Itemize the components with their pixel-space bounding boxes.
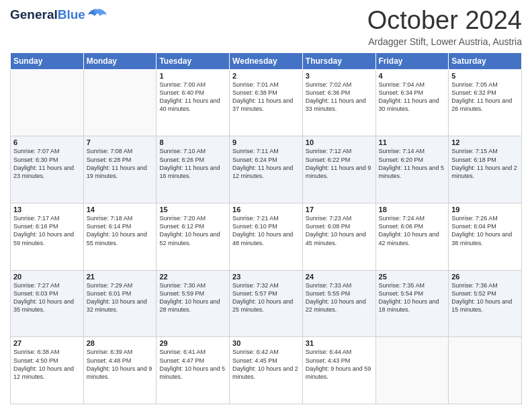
calendar-cell: 5Sunrise: 7:05 AM Sunset: 6:32 PM Daylig… xyxy=(449,69,522,136)
day-info: Sunrise: 7:26 AM Sunset: 6:04 PM Dayligh… xyxy=(451,214,519,247)
calendar-cell: 30Sunrise: 6:42 AM Sunset: 4:45 PM Dayli… xyxy=(230,337,303,404)
day-info: Sunrise: 7:17 AM Sunset: 6:16 PM Dayligh… xyxy=(13,214,81,247)
day-number: 20 xyxy=(13,273,81,281)
day-number: 10 xyxy=(306,138,373,146)
day-info: Sunrise: 7:24 AM Sunset: 6:06 PM Dayligh… xyxy=(379,214,446,247)
day-number: 23 xyxy=(232,273,300,281)
calendar-cell: 3Sunrise: 7:02 AM Sunset: 6:36 PM Daylig… xyxy=(302,69,375,136)
day-number: 27 xyxy=(13,339,81,347)
day-number: 9 xyxy=(232,138,300,146)
weekday-header-friday: Friday xyxy=(375,52,449,69)
logo-bird-icon xyxy=(88,8,107,23)
day-number: 15 xyxy=(159,205,226,214)
weekday-header-sunday: Sunday xyxy=(11,52,84,69)
page: GeneralBlue October 2024 Ardagger Stift,… xyxy=(0,0,532,411)
day-info: Sunrise: 7:20 AM Sunset: 6:12 PM Dayligh… xyxy=(159,214,226,247)
calendar-cell: 6Sunrise: 7:07 AM Sunset: 6:30 PM Daylig… xyxy=(11,136,84,203)
calendar-cell: 28Sunrise: 6:39 AM Sunset: 4:48 PM Dayli… xyxy=(83,337,157,404)
calendar-cell xyxy=(449,337,522,404)
day-number: 14 xyxy=(87,205,154,214)
day-info: Sunrise: 7:11 AM Sunset: 6:24 PM Dayligh… xyxy=(232,147,300,180)
weekday-header-thursday: Thursday xyxy=(302,52,375,69)
calendar-cell: 1Sunrise: 7:00 AM Sunset: 6:40 PM Daylig… xyxy=(157,69,230,136)
calendar-week-2: 6Sunrise: 7:07 AM Sunset: 6:30 PM Daylig… xyxy=(11,136,522,203)
day-info: Sunrise: 7:27 AM Sunset: 6:03 PM Dayligh… xyxy=(13,281,81,314)
day-info: Sunrise: 7:14 AM Sunset: 6:20 PM Dayligh… xyxy=(379,147,446,180)
calendar-cell: 29Sunrise: 6:41 AM Sunset: 4:47 PM Dayli… xyxy=(157,337,230,404)
logo-text: GeneralBlue xyxy=(10,7,85,22)
day-number: 24 xyxy=(306,273,373,281)
calendar-cell: 19Sunrise: 7:26 AM Sunset: 6:04 PM Dayli… xyxy=(449,203,522,271)
calendar-cell: 20Sunrise: 7:27 AM Sunset: 6:03 PM Dayli… xyxy=(11,270,84,337)
day-number: 28 xyxy=(87,339,154,347)
day-number: 22 xyxy=(159,273,226,281)
weekday-header-monday: Monday xyxy=(83,52,157,69)
calendar-cell: 25Sunrise: 7:35 AM Sunset: 5:54 PM Dayli… xyxy=(375,270,449,337)
day-info: Sunrise: 7:21 AM Sunset: 6:10 PM Dayligh… xyxy=(232,214,300,247)
day-number: 17 xyxy=(306,205,373,214)
day-info: Sunrise: 7:30 AM Sunset: 5:59 PM Dayligh… xyxy=(159,281,226,314)
day-number: 11 xyxy=(379,138,446,146)
calendar-cell: 10Sunrise: 7:12 AM Sunset: 6:22 PM Dayli… xyxy=(302,136,375,203)
month-title: October 2024 xyxy=(367,7,522,35)
day-number: 7 xyxy=(87,138,154,146)
logo: GeneralBlue xyxy=(10,7,107,23)
day-info: Sunrise: 7:12 AM Sunset: 6:22 PM Dayligh… xyxy=(306,147,373,180)
calendar-cell: 22Sunrise: 7:30 AM Sunset: 5:59 PM Dayli… xyxy=(157,270,230,337)
day-info: Sunrise: 6:42 AM Sunset: 4:45 PM Dayligh… xyxy=(232,348,300,381)
calendar-week-1: 1Sunrise: 7:00 AM Sunset: 6:40 PM Daylig… xyxy=(11,69,522,136)
calendar-cell xyxy=(11,69,84,136)
calendar-cell: 4Sunrise: 7:04 AM Sunset: 6:34 PM Daylig… xyxy=(375,69,449,136)
calendar-cell: 13Sunrise: 7:17 AM Sunset: 6:16 PM Dayli… xyxy=(11,203,84,271)
calendar-cell: 21Sunrise: 7:29 AM Sunset: 6:01 PM Dayli… xyxy=(83,270,157,337)
calendar-cell: 11Sunrise: 7:14 AM Sunset: 6:20 PM Dayli… xyxy=(375,136,449,203)
day-number: 29 xyxy=(159,339,226,347)
day-number: 19 xyxy=(451,205,519,214)
calendar-cell: 27Sunrise: 6:38 AM Sunset: 4:50 PM Dayli… xyxy=(11,337,84,404)
calendar-table: SundayMondayTuesdayWednesdayThursdayFrid… xyxy=(10,52,522,404)
day-info: Sunrise: 7:01 AM Sunset: 6:38 PM Dayligh… xyxy=(232,81,300,113)
location-title: Ardagger Stift, Lower Austria, Austria xyxy=(367,36,522,47)
calendar-week-5: 27Sunrise: 6:38 AM Sunset: 4:50 PM Dayli… xyxy=(11,337,522,404)
calendar-cell: 9Sunrise: 7:11 AM Sunset: 6:24 PM Daylig… xyxy=(230,136,303,203)
day-info: Sunrise: 7:33 AM Sunset: 5:55 PM Dayligh… xyxy=(306,281,373,314)
weekday-header-row: SundayMondayTuesdayWednesdayThursdayFrid… xyxy=(11,52,522,69)
calendar-cell: 14Sunrise: 7:18 AM Sunset: 6:14 PM Dayli… xyxy=(83,203,157,271)
day-info: Sunrise: 6:41 AM Sunset: 4:47 PM Dayligh… xyxy=(159,348,226,381)
day-number: 12 xyxy=(451,138,519,146)
day-number: 4 xyxy=(379,72,446,80)
day-info: Sunrise: 7:08 AM Sunset: 6:28 PM Dayligh… xyxy=(87,147,154,180)
day-info: Sunrise: 7:35 AM Sunset: 5:54 PM Dayligh… xyxy=(379,281,446,314)
day-number: 26 xyxy=(451,273,519,281)
day-number: 16 xyxy=(232,205,300,214)
calendar-cell: 8Sunrise: 7:10 AM Sunset: 6:26 PM Daylig… xyxy=(157,136,230,203)
calendar-cell xyxy=(375,337,449,404)
title-block: October 2024 Ardagger Stift, Lower Austr… xyxy=(367,7,522,47)
day-info: Sunrise: 6:44 AM Sunset: 4:43 PM Dayligh… xyxy=(306,348,373,381)
weekday-header-saturday: Saturday xyxy=(449,52,522,69)
calendar-cell: 24Sunrise: 7:33 AM Sunset: 5:55 PM Dayli… xyxy=(302,270,375,337)
day-info: Sunrise: 7:02 AM Sunset: 6:36 PM Dayligh… xyxy=(306,81,373,113)
calendar-week-4: 20Sunrise: 7:27 AM Sunset: 6:03 PM Dayli… xyxy=(11,270,522,337)
header: GeneralBlue October 2024 Ardagger Stift,… xyxy=(10,7,522,47)
day-info: Sunrise: 7:10 AM Sunset: 6:26 PM Dayligh… xyxy=(159,147,226,180)
day-number: 6 xyxy=(13,138,81,146)
calendar-cell: 31Sunrise: 6:44 AM Sunset: 4:43 PM Dayli… xyxy=(302,337,375,404)
calendar-cell: 23Sunrise: 7:32 AM Sunset: 5:57 PM Dayli… xyxy=(230,270,303,337)
calendar-week-3: 13Sunrise: 7:17 AM Sunset: 6:16 PM Dayli… xyxy=(11,203,522,271)
calendar-cell: 26Sunrise: 7:36 AM Sunset: 5:52 PM Dayli… xyxy=(449,270,522,337)
calendar-cell: 17Sunrise: 7:23 AM Sunset: 6:08 PM Dayli… xyxy=(302,203,375,271)
calendar-cell: 16Sunrise: 7:21 AM Sunset: 6:10 PM Dayli… xyxy=(230,203,303,271)
calendar-cell: 12Sunrise: 7:15 AM Sunset: 6:18 PM Dayli… xyxy=(449,136,522,203)
day-number: 30 xyxy=(232,339,300,347)
day-number: 18 xyxy=(379,205,446,214)
day-info: Sunrise: 7:05 AM Sunset: 6:32 PM Dayligh… xyxy=(451,81,519,113)
day-info: Sunrise: 6:39 AM Sunset: 4:48 PM Dayligh… xyxy=(87,348,154,381)
calendar-cell: 7Sunrise: 7:08 AM Sunset: 6:28 PM Daylig… xyxy=(83,136,157,203)
weekday-header-wednesday: Wednesday xyxy=(230,52,303,69)
day-info: Sunrise: 7:29 AM Sunset: 6:01 PM Dayligh… xyxy=(87,281,154,314)
day-info: Sunrise: 7:23 AM Sunset: 6:08 PM Dayligh… xyxy=(306,214,373,247)
day-info: Sunrise: 7:07 AM Sunset: 6:30 PM Dayligh… xyxy=(13,147,81,180)
day-number: 8 xyxy=(159,138,226,146)
day-number: 25 xyxy=(379,273,446,281)
